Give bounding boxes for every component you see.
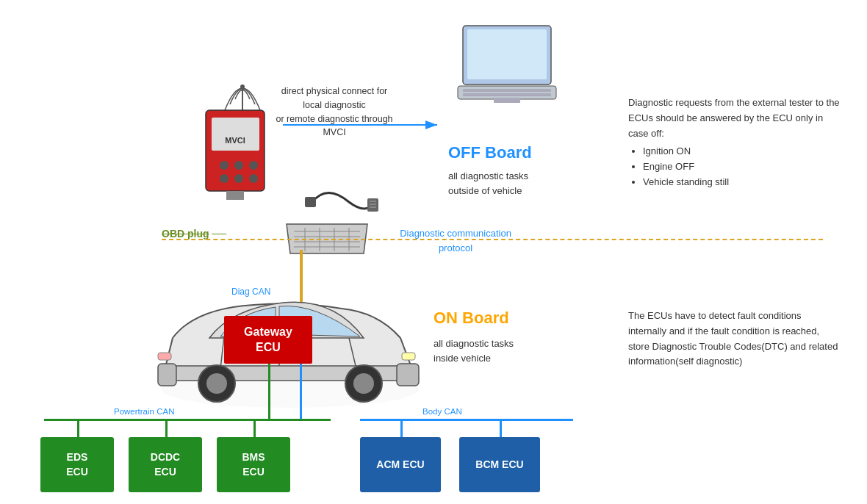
eds-vert-line [77, 419, 79, 437]
svg-point-10 [249, 174, 258, 183]
acm-ecu-box: ACM ECU [360, 437, 441, 492]
svg-rect-20 [305, 197, 316, 207]
body-can-label: Body CAN [422, 407, 462, 416]
bms-vert-line [253, 419, 256, 437]
dcdc-ecu-box: DCDCECU [129, 437, 202, 492]
svg-point-9 [234, 174, 243, 183]
svg-point-6 [234, 161, 243, 170]
off-board-desc: all diagnostic tasks outside of vehicle [448, 169, 528, 198]
svg-rect-17 [463, 89, 551, 92]
svg-rect-46 [158, 353, 171, 360]
svg-rect-21 [367, 198, 378, 212]
eds-ecu-box: EDSECU [40, 437, 114, 492]
bcm-vert-line [500, 419, 502, 437]
right-text-on-board: The ECUs have to detect fault conditions… [628, 309, 841, 370]
bcm-ecu-box: BCM ECU [459, 437, 540, 492]
laptop-icon [456, 22, 558, 103]
svg-point-5 [220, 161, 229, 170]
dcdc-vert-line [165, 419, 168, 437]
off-board-label: OFF Board [448, 143, 532, 162]
svg-point-1 [240, 84, 245, 89]
right-text-off-board: Diagnostic requests from the external te… [628, 96, 841, 190]
obd-plug-label: OBD plug ── [162, 228, 226, 240]
svg-rect-40 [158, 364, 176, 386]
powertrain-can-label: Powertrain CAN [114, 407, 174, 416]
svg-rect-11 [226, 191, 244, 200]
svg-text:MVCI: MVCI [225, 136, 245, 145]
svg-rect-16 [458, 86, 556, 99]
svg-point-7 [249, 161, 258, 170]
svg-rect-39 [397, 364, 419, 386]
bms-ecu-box: BMSECU [217, 437, 290, 492]
gateway-body-vert-line [300, 364, 302, 419]
svg-rect-15 [467, 29, 547, 79]
gateway-powertrain-vert-line [268, 364, 270, 419]
svg-point-44 [353, 373, 374, 394]
arrow-mvci-laptop-icon [283, 107, 452, 145]
gateway-ecu-box: Gateway ECU [224, 316, 312, 364]
acm-vert-line [400, 419, 403, 437]
body-can-line [360, 419, 573, 421]
powertrain-can-line [44, 419, 331, 421]
svg-rect-45 [402, 353, 415, 360]
main-diagram: MVCI direct physical connect for local d… [0, 0, 867, 504]
svg-rect-19 [494, 98, 520, 103]
diag-comm-label: Diagnostic communication protocol [389, 226, 522, 255]
on-board-label: ON Board [434, 309, 509, 328]
svg-rect-18 [463, 93, 551, 96]
svg-point-8 [220, 174, 229, 183]
svg-point-42 [206, 373, 227, 394]
on-board-desc: all diagnostic tasks inside vehicle [434, 336, 514, 365]
